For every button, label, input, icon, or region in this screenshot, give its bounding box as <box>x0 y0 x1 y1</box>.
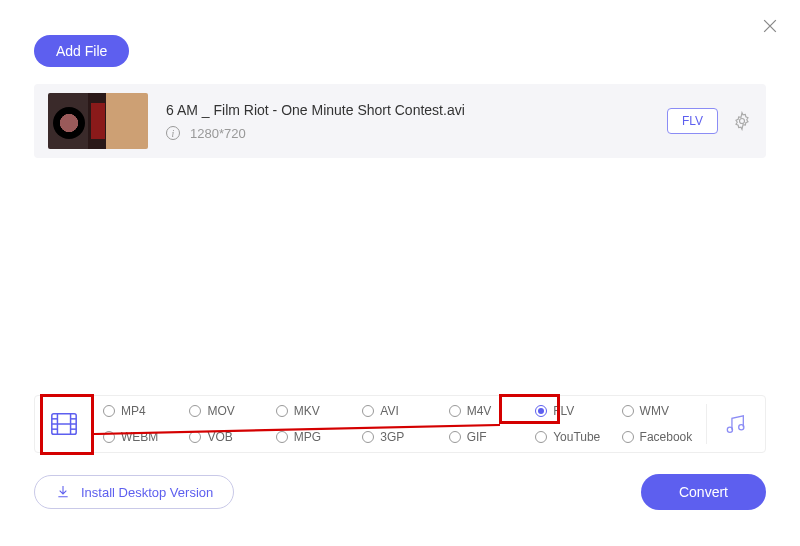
format-option-youtube[interactable]: YouTube <box>529 430 615 444</box>
close-icon[interactable] <box>760 16 780 36</box>
install-desktop-button[interactable]: Install Desktop Version <box>34 475 234 509</box>
format-option-facebook[interactable]: Facebook <box>616 430 702 444</box>
radio-icon <box>535 405 547 417</box>
format-option-label: FLV <box>553 404 574 418</box>
audio-tab-icon[interactable] <box>707 396 765 452</box>
info-icon[interactable]: i <box>166 126 180 140</box>
radio-icon <box>276 405 288 417</box>
format-option-mpg[interactable]: MPG <box>270 430 356 444</box>
radio-icon <box>189 405 201 417</box>
file-resolution: 1280*720 <box>190 126 246 141</box>
format-option-avi[interactable]: AVI <box>356 404 442 418</box>
install-desktop-label: Install Desktop Version <box>81 485 213 500</box>
radio-icon <box>189 431 201 443</box>
format-option-label: AVI <box>380 404 398 418</box>
gear-icon[interactable] <box>732 111 752 131</box>
radio-icon <box>449 405 461 417</box>
format-option-label: GIF <box>467 430 487 444</box>
file-title: 6 AM _ Film Riot - One Minute Short Cont… <box>166 102 667 118</box>
format-option-m4v[interactable]: M4V <box>443 404 529 418</box>
format-option-mp4[interactable]: MP4 <box>97 404 183 418</box>
format-option-label: MOV <box>207 404 234 418</box>
format-option-label: MP4 <box>121 404 146 418</box>
radio-icon <box>362 431 374 443</box>
format-option-label: MKV <box>294 404 320 418</box>
download-icon <box>55 484 71 500</box>
format-option-vob[interactable]: VOB <box>183 430 269 444</box>
radio-icon <box>103 405 115 417</box>
radio-icon <box>362 405 374 417</box>
radio-icon <box>103 431 115 443</box>
format-option-webm[interactable]: WEBM <box>97 430 183 444</box>
format-option-label: M4V <box>467 404 492 418</box>
format-option-label: WMV <box>640 404 669 418</box>
format-option-3gp[interactable]: 3GP <box>356 430 442 444</box>
format-panel: MP4MOVMKVAVIM4VFLVWMVWEBMVOBMPG3GPGIFYou… <box>34 395 766 453</box>
format-option-label: Facebook <box>640 430 693 444</box>
radio-icon <box>449 431 461 443</box>
format-option-label: WEBM <box>121 430 158 444</box>
add-file-button[interactable]: Add File <box>34 35 129 67</box>
format-option-label: VOB <box>207 430 232 444</box>
format-option-label: 3GP <box>380 430 404 444</box>
convert-button[interactable]: Convert <box>641 474 766 510</box>
video-tab-icon[interactable] <box>35 396 93 452</box>
format-option-mkv[interactable]: MKV <box>270 404 356 418</box>
format-tag-button[interactable]: FLV <box>667 108 718 134</box>
format-option-mov[interactable]: MOV <box>183 404 269 418</box>
file-card: 6 AM _ Film Riot - One Minute Short Cont… <box>34 84 766 158</box>
radio-icon <box>535 431 547 443</box>
radio-icon <box>622 431 634 443</box>
video-thumbnail <box>48 93 148 149</box>
format-option-flv[interactable]: FLV <box>529 404 615 418</box>
radio-icon <box>276 431 288 443</box>
radio-icon <box>622 405 634 417</box>
svg-point-0 <box>740 119 745 124</box>
format-option-gif[interactable]: GIF <box>443 430 529 444</box>
format-option-wmv[interactable]: WMV <box>616 404 702 418</box>
format-option-label: YouTube <box>553 430 600 444</box>
format-option-label: MPG <box>294 430 321 444</box>
